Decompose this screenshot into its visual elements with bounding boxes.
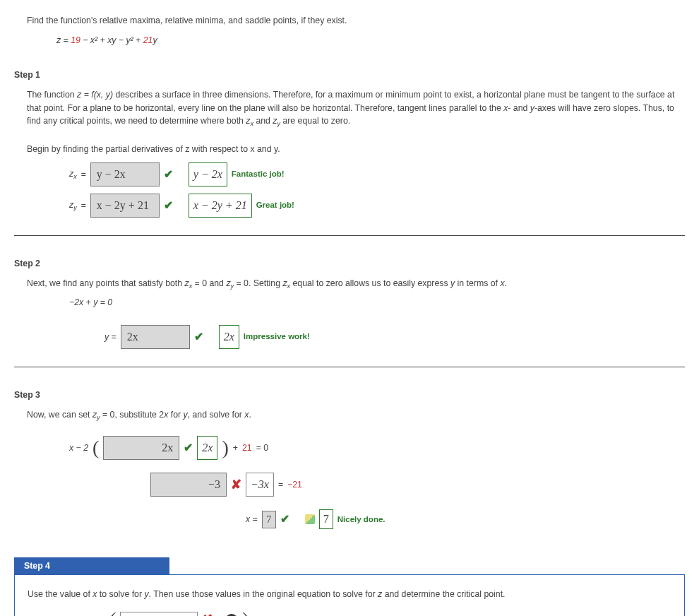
step4-body: Use the value of x to solve for y. Then … [14,575,685,616]
zy-correct-box: x − 2y + 21 [189,194,252,218]
open-paren-icon: ( [92,440,99,456]
step1-text2: Begin by finding the partial derivatives… [27,143,685,155]
check-icon: ✔ [194,328,203,345]
s1t1c: - and [508,103,530,113]
check-icon: ✔ [164,197,173,214]
problem-prompt: Find the function's relative maxima, rel… [14,14,685,27]
y-correct-box: 2x [219,325,239,349]
s4a: Use the value of [28,589,92,599]
step2-eq1: −2x + y = 0 [27,296,685,309]
l1-answer-box[interactable]: 2x [103,436,179,460]
separator [14,367,685,367]
s3a: Now, we can set [27,410,92,420]
step2-y-row: y = 2x ✔ 2x Impressive work! [27,325,685,349]
step1-zy-row: zy = x − 2y + 21 ✔ x − 2y + 21 Great job… [27,194,685,218]
l3-answer-box[interactable]: 7 [262,511,276,528]
zx-feedback: Fantastic job! [232,168,285,180]
open-paren-icon: ( [109,612,116,616]
eq-prefix: z = [56,35,71,45]
s2b: = 0 and [192,278,226,288]
separator [14,235,685,236]
step3-text: Now, we can set zy = 0, substitute 2x fo… [27,408,685,423]
l2-answer-box[interactable]: −3 [150,473,227,497]
triplet-label: (x, y, z) = [70,613,105,616]
s3b: = 0, substitute 2 [100,410,165,420]
zx-answer-box[interactable]: y − 2x [90,162,160,186]
s4d: and determine the critical point. [382,589,505,599]
eq-sign2: = [81,199,86,212]
s4c: . Then use those values in the original … [149,589,378,599]
step1-label: Step 1 [14,69,685,81]
step4-header: Step 4 [14,557,685,574]
step2-label: Step 2 [14,257,685,270]
error-bang-icon: ! [225,614,238,616]
l2-correct-box: −3x [246,473,274,497]
step4-text: Use the value of x to solve for y. Then … [28,588,671,600]
l3-pre: x = [246,513,258,526]
step4-input-row: (x, y, z) = ( ✘ ! ) [28,610,671,616]
step1-body: The function z = f(x, y) describes a sur… [14,88,685,218]
zx-correct-box: y − 2x [189,162,227,186]
step3-label: Step 3 [14,389,685,401]
y-label: y = [104,331,116,343]
step4-label: Step 4 [14,557,169,574]
s2e: in terms of [455,278,500,288]
step3-line1: x − 2( 2x ✔ 2x ) + 21 = 0 [27,436,685,460]
eq-sign: = [81,168,86,181]
s2d: equal to zero allows us to easily expres… [290,278,450,288]
step3-line3: x = 7 ✔ 7 Nicely done. [27,509,685,529]
step4-underline [169,557,685,574]
s2f: . [505,278,507,288]
check-icon: ✔ [164,166,173,183]
cross-icon: ✘ [202,610,213,616]
s1t1f: are equal to zero. [280,116,350,126]
step1-text: The function z = f(x, y) describes a sur… [27,88,685,129]
key-icon [305,514,315,524]
check-icon: ✔ [280,511,289,528]
l2-eq: = [278,478,283,491]
s2a: Next, we find any points that satisfy bo… [27,278,185,288]
eq-middle: − x² + xy − y² + [80,35,143,45]
s1t1a: The function [27,90,77,100]
step1-zx-row: zx = y − 2x ✔ y − 2x Fantastic job! [27,162,685,186]
s1t1e: and [253,116,273,126]
cross-icon: ✘ [231,475,241,494]
close-paren-icon: ) [242,612,249,616]
l1-correct-box: 2x [197,436,217,460]
zy-answer-box[interactable]: x − 2y + 21 [90,194,160,218]
step3-body: Now, we can set zy = 0, substitute 2x fo… [14,408,685,529]
critical-point-input[interactable] [120,612,198,616]
eq-c2: 21 [143,35,153,45]
l3-correct-box: 7 [319,509,333,529]
zx-label: zx [69,167,77,182]
s2c: = 0. Setting [234,278,282,288]
l3-feedback: Nicely done. [337,514,386,526]
s4b: to solve for [97,589,144,599]
step2-body: Next, we find any points that satisfy bo… [14,277,685,348]
l1-pre: x − 2 [69,442,88,454]
zy-feedback: Great job! [256,199,294,211]
l1-post-a: + [233,442,238,454]
problem-equation: z = 19 − x² + xy − y² + 21y [14,34,685,47]
y-feedback: Impressive work! [244,331,310,343]
y-answer-box[interactable]: 2x [121,325,190,349]
s3e: . [249,410,251,420]
eq-suffix: y [153,35,157,45]
l1-post-c: = 0 [256,442,268,454]
check-icon: ✔ [184,439,193,456]
s3d: , and solve for [188,410,245,420]
close-paren-icon: ) [222,440,228,456]
s3c: for [168,410,183,420]
l1-post-b: 21 [242,442,252,454]
step3-line2: −3 ✘ −3x = −21 [27,473,685,497]
zy-label: zy [69,199,77,213]
step2-text: Next, we find any points that satisfy bo… [27,277,685,292]
eq-c1: 19 [71,35,80,45]
l2-rhs: −21 [287,478,302,491]
